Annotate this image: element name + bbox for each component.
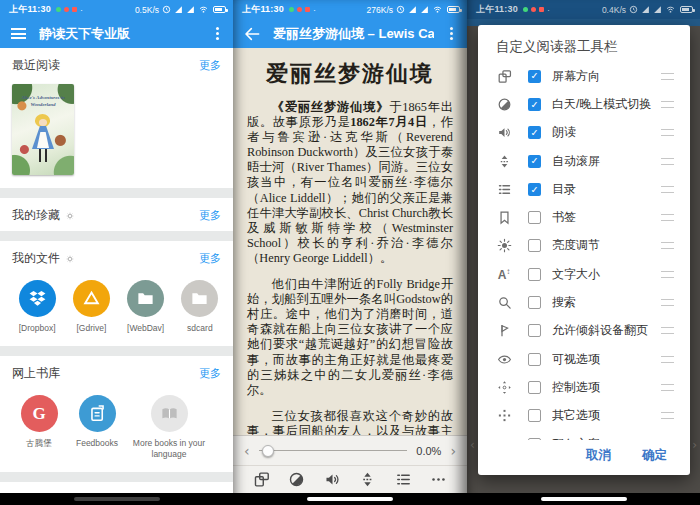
status-icons — [396, 5, 460, 14]
checkbox[interactable]: ✓ — [528, 98, 541, 111]
more-icon[interactable] — [428, 469, 450, 491]
screen-orientation-icon[interactable] — [250, 469, 272, 491]
toolbar-option-row[interactable]: 书签 — [495, 203, 677, 231]
ok-button[interactable]: 确定 — [642, 447, 667, 464]
toolbar-option-row[interactable]: 可视选项 — [495, 345, 677, 373]
toolbar-option-row[interactable]: 亮度调节 — [495, 232, 677, 260]
wifi-icon — [198, 5, 209, 14]
drag-handle-icon[interactable] — [661, 158, 674, 165]
book-cover[interactable]: Alice's Adventures in Wonderland — [12, 84, 74, 175]
settings-gear-icon[interactable] — [66, 212, 74, 220]
cancel-button[interactable]: 取消 — [586, 447, 611, 464]
shelf-item[interactable]: [Gdrive] — [64, 280, 118, 334]
checkbox[interactable] — [528, 324, 541, 337]
shelf-item[interactable]: G古腾堡 — [10, 395, 68, 460]
section-title: 我的文件 — [12, 250, 60, 267]
drag-handle-icon[interactable] — [661, 412, 674, 419]
slider-thumb[interactable] — [262, 445, 274, 457]
reader-page[interactable]: 爱丽丝梦游仙境 《爱丽丝梦游仙境》于1865年出版。故事原形乃是1862年7月4… — [233, 48, 467, 493]
status-time: 上午11:30 — [476, 3, 518, 16]
status-icons — [629, 5, 693, 14]
notification-dot-icon — [64, 7, 69, 12]
shelf-item[interactable]: [Dropbox] — [10, 280, 64, 334]
signal-icon — [653, 5, 662, 14]
toolbar-option-row[interactable]: 搜索 — [495, 288, 677, 316]
hamburger-menu-icon[interactable] — [11, 28, 26, 39]
shelf-item[interactable]: More books in your language — [126, 395, 212, 460]
next-chapter-icon[interactable]: › — [450, 444, 456, 458]
checkbox[interactable]: ✓ — [528, 155, 541, 168]
more-link[interactable]: 更多 — [199, 251, 221, 266]
battery-icon — [213, 6, 226, 13]
notification-badge-icon — [539, 7, 544, 12]
network-speed: 276K/s — [367, 5, 393, 15]
toc-icon[interactable] — [392, 469, 414, 491]
toolbar-option-row[interactable]: ✓目录 — [495, 175, 677, 203]
more-link[interactable]: 更多 — [199, 58, 221, 73]
drag-handle-icon[interactable] — [661, 186, 674, 193]
overflow-menu-icon[interactable] — [216, 32, 219, 35]
toolbar-option-row[interactable]: 其它选项 — [495, 402, 677, 430]
drag-handle-icon[interactable] — [661, 129, 674, 136]
more-link[interactable]: 更多 — [199, 208, 221, 223]
toolbar-option-row[interactable]: ✓自动滚屏 — [495, 147, 677, 175]
drag-handle-icon[interactable] — [661, 214, 674, 221]
dimmed-backdrop[interactable]: ‹ › 自定义阅读器工具栏 ✓屏幕方向✓白天/晚上模式切换✓朗读✓自动滚屏✓目录… — [467, 19, 700, 493]
checkbox[interactable] — [528, 211, 541, 224]
drag-handle-icon[interactable] — [661, 299, 674, 306]
back-arrow-icon[interactable] — [244, 26, 260, 42]
drag-handle-icon[interactable] — [661, 73, 674, 80]
notification-badge-icon — [72, 7, 77, 12]
day-night-icon[interactable] — [286, 469, 308, 491]
shelf-item[interactable]: sdcard — [173, 280, 227, 334]
favorites-section: 我的珍藏 更多 — [0, 198, 233, 231]
dimmed-next-chevron: › — [692, 438, 697, 452]
screen-orientation-icon — [495, 68, 513, 85]
divider — [0, 231, 233, 241]
previous-chapter-icon[interactable]: ‹ — [244, 444, 250, 458]
checkbox[interactable] — [528, 409, 541, 422]
search-icon — [495, 294, 513, 311]
toolbar-option-row[interactable]: A↕文字大小 — [495, 260, 677, 288]
notification-dot-icon: · — [547, 5, 550, 15]
shelf-item-label: sdcard — [187, 323, 213, 334]
more-link[interactable]: 更多 — [199, 366, 221, 381]
drag-handle-icon[interactable] — [661, 384, 674, 391]
toolbar-option-label: 其它选项 — [552, 407, 661, 424]
progress-slider[interactable] — [259, 450, 408, 451]
checkbox[interactable]: ✓ — [528, 126, 541, 139]
checkbox[interactable] — [528, 296, 541, 309]
toolbar-option-row[interactable]: 允许倾斜设备翻页 — [495, 317, 677, 345]
status-time: 上午11:30 — [242, 3, 284, 16]
drag-handle-icon[interactable] — [661, 242, 674, 249]
toolbar-option-row[interactable]: 控制选项 — [495, 373, 677, 401]
overflow-menu-icon[interactable] — [450, 32, 453, 35]
toolbar-option-row[interactable]: ✓屏幕方向 — [495, 62, 677, 90]
toolbar-option-label: 亮度调节 — [552, 237, 661, 254]
checkbox[interactable]: ✓ — [528, 183, 541, 196]
settings-gear-icon[interactable] — [66, 255, 74, 263]
drag-handle-icon[interactable] — [661, 271, 674, 278]
checkbox[interactable] — [528, 268, 541, 281]
toolbar-option-row[interactable]: ✓朗读 — [495, 119, 677, 147]
home-indicator[interactable] — [541, 497, 627, 501]
app-bar: 爱丽丝梦游仙境 – Lewis Carroll — [233, 19, 467, 48]
tts-icon[interactable] — [321, 469, 343, 491]
checkbox[interactable] — [528, 353, 541, 366]
toolbar-option-row[interactable]: ✓白天/晚上模式切换 — [495, 90, 677, 118]
dimmed-previous-chevron: ‹ — [470, 438, 475, 452]
home-indicator[interactable] — [74, 497, 160, 501]
home-indicator[interactable] — [307, 497, 393, 501]
checkbox[interactable] — [528, 381, 541, 394]
checkbox[interactable]: ✓ — [528, 70, 541, 83]
drag-handle-icon[interactable] — [661, 356, 674, 363]
shelf-item[interactable]: Feedbooks — [68, 395, 126, 460]
toolbar-option-row[interactable]: 配色方案 — [495, 430, 677, 440]
drag-handle-icon[interactable] — [661, 101, 674, 108]
checkbox[interactable] — [528, 239, 541, 252]
shelf-item[interactable]: [WebDav] — [119, 280, 173, 334]
cover-art — [39, 119, 47, 126]
divider — [0, 346, 233, 356]
auto-scroll-icon[interactable] — [357, 469, 379, 491]
drag-handle-icon[interactable] — [661, 327, 674, 334]
